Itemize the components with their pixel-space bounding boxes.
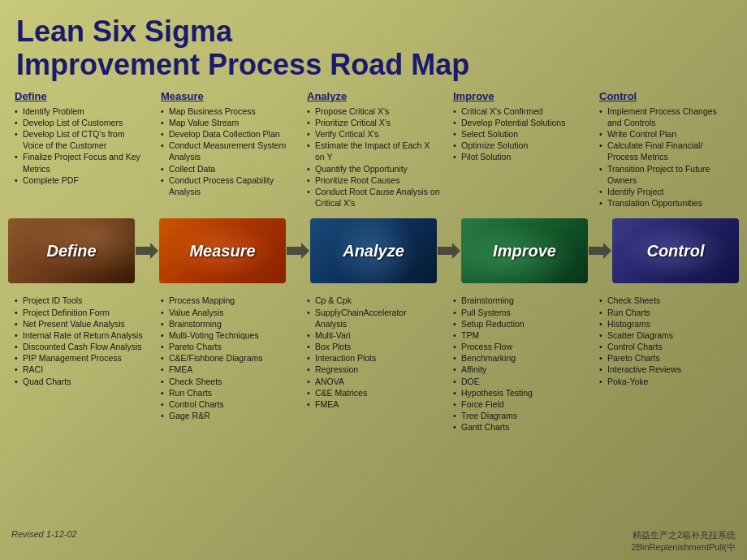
tools-list-item: Project Definition Form [15, 307, 148, 318]
banner-label-measure: Measure [189, 242, 255, 261]
list-item: Transition Project to Future Owners [599, 163, 732, 186]
tools-list-item: FMEA [161, 364, 294, 375]
tools-list-item: TPM [453, 330, 586, 341]
upper-col-improve: ImproveCritical X's ConfirmedDevelop Pot… [447, 90, 593, 209]
banner-control: Control [612, 218, 739, 283]
list-item: Conduct Root Cause Analysis on Critical … [307, 186, 440, 209]
list-item: Develop Data Collection Plan [161, 128, 294, 140]
tools-list-item: Multi-Vari [307, 330, 440, 341]
list-item: Critical X's Confirmed [453, 106, 586, 117]
list-item: Select Solution [453, 128, 586, 140]
upper-columns: DefineIdentify ProblemDevelop List of Cu… [0, 90, 747, 209]
list-item: Implement Process Changes and Controls [599, 106, 732, 128]
tools-list-item: Process Flow [453, 341, 586, 352]
list-item: Finalize Project Focus and Key Metrics [15, 151, 148, 174]
tools-list-item: Box Plots [307, 341, 440, 352]
tools-list-item: Project ID Tools [15, 295, 148, 306]
svg-marker-1 [287, 243, 309, 259]
tools-list-item: ANOVA [307, 376, 440, 387]
title-section: Lean Six Sigma Improvement Process Road … [0, 0, 747, 90]
list-item: Translation Opportunities [599, 197, 732, 209]
tools-list-item: Poka-Yoke [599, 376, 732, 387]
list-item: Identify Project [599, 186, 732, 197]
arrow-connector [286, 243, 310, 259]
tools-list-item: Force Field [453, 398, 586, 410]
tools-list-item: Brainstorming [161, 318, 294, 330]
svg-marker-0 [136, 243, 158, 259]
tools-list-item: Scatter Diagrams [599, 330, 732, 341]
upper-col-define: DefineIdentify ProblemDevelop List of Cu… [8, 90, 154, 209]
tools-list-item: Brainstorming [453, 295, 586, 306]
tools-list-item: Multi-Voting Techniques [161, 330, 294, 341]
list-item: Prioritize Root Causes [307, 174, 440, 186]
banner-label-analyze: Analyze [343, 242, 404, 261]
col-header-control: Control [599, 90, 732, 102]
tools-col-improve: BrainstormingPull SystemsSetup Reduction… [447, 295, 593, 433]
tools-list-item: Check Sheets [161, 376, 294, 387]
list-item: Develop List of CTQ's from Voice of the … [15, 128, 148, 151]
list-item: Calculate Final Financial/ Process Metri… [599, 140, 732, 162]
upper-col-analyze: AnalyzePropose Critical X'sPrioritize Cr… [300, 90, 447, 209]
banner-label-define: Define [46, 242, 96, 261]
banner-label-improve: Improve [493, 242, 556, 261]
list-item: Prioritize Critical X's [307, 117, 440, 128]
footer: Revised 1-12-02 精益生产之2箱补充拉系统 2BinRepleni… [0, 529, 747, 554]
tools-col-control: Check SheetsRun ChartsHistogramsScatter … [593, 295, 739, 433]
list-item: Optimize Solution [453, 140, 586, 151]
list-item: Estimate the Impact of Each X on Y [307, 140, 440, 162]
tools-list-item: Benchmarking [453, 352, 586, 364]
col-header-improve: Improve [453, 90, 586, 102]
tools-list-item: SupplyChainAccelerator Analysis [307, 307, 440, 330]
upper-col-control: ControlImplement Process Changes and Con… [593, 90, 739, 209]
list-item: Pilot Solution [453, 151, 586, 162]
list-item: Quantify the Opportunity [307, 163, 440, 174]
list-item: Identify Problem [15, 106, 148, 117]
tools-col-define: Project ID ToolsProject Definition FormN… [8, 295, 154, 433]
banner-define: Define [8, 218, 135, 283]
tools-list-item: Run Charts [161, 387, 294, 398]
main-title: Lean Six Sigma Improvement Process Road … [16, 15, 731, 82]
tools-list-item: Pareto Charts [161, 341, 294, 352]
tools-list-item: DOE [453, 376, 586, 387]
list-item: Conduct Process Capability Analysis [161, 174, 294, 197]
col-header-define: Define [15, 90, 148, 102]
list-item: Verify Critical X's [307, 128, 440, 140]
list-item: Develop Potential Solutions [453, 117, 586, 128]
banner-row: Define Measure Analyze Improve Control [0, 212, 747, 290]
banner-improve: Improve [461, 218, 588, 283]
list-item: Map Business Process [161, 106, 294, 117]
tools-list-item: Discounted Cash Flow Analysis [15, 341, 148, 352]
tools-section: Project ID ToolsProject Definition FormN… [0, 290, 747, 433]
banner-analyze: Analyze [310, 218, 437, 283]
tools-list-item: RACI [15, 364, 148, 375]
tools-list-item: FMEA [307, 398, 440, 410]
tools-list-item: Pareto Charts [599, 352, 732, 364]
svg-marker-3 [589, 243, 611, 259]
tools-col-measure: Process MappingValue AnalysisBrainstormi… [154, 295, 300, 433]
tools-list-item: Gantt Charts [453, 421, 586, 433]
tools-list-item: Gage R&R [161, 410, 294, 421]
svg-marker-2 [438, 243, 460, 259]
tools-list-item: Histograms [599, 318, 732, 330]
tools-list-item: Cp & Cpk [307, 295, 440, 306]
tools-list-item: Pull Systems [453, 307, 586, 318]
tools-list-item: Interactive Reviews [599, 364, 732, 375]
tools-list-item: PIP Management Process [15, 352, 148, 364]
list-item: Map Value Stream [161, 117, 294, 128]
tools-list-item: Interaction Plots [307, 352, 440, 364]
footer-revised: Revised 1-12-02 [11, 529, 77, 554]
tools-list-item: Affinity [453, 364, 586, 375]
tools-list-item: Control Charts [599, 341, 732, 352]
tools-list-item: Tree Diagrams [453, 410, 586, 421]
arrow-connector [437, 243, 461, 259]
col-header-analyze: Analyze [307, 90, 440, 102]
list-item: Develop List of Customers [15, 117, 148, 128]
upper-col-measure: MeasureMap Business ProcessMap Value Str… [154, 90, 300, 209]
list-item: Complete PDF [15, 174, 148, 186]
tools-list-item: C&E Matrices [307, 387, 440, 398]
list-item: Collect Data [161, 163, 294, 174]
banner-label-control: Control [646, 242, 704, 261]
list-item: Propose Critical X's [307, 106, 440, 117]
footer-right: 精益生产之2箱补充拉系统 2BinReplenishmentPull(中 [632, 529, 736, 554]
col-header-measure: Measure [161, 90, 294, 102]
